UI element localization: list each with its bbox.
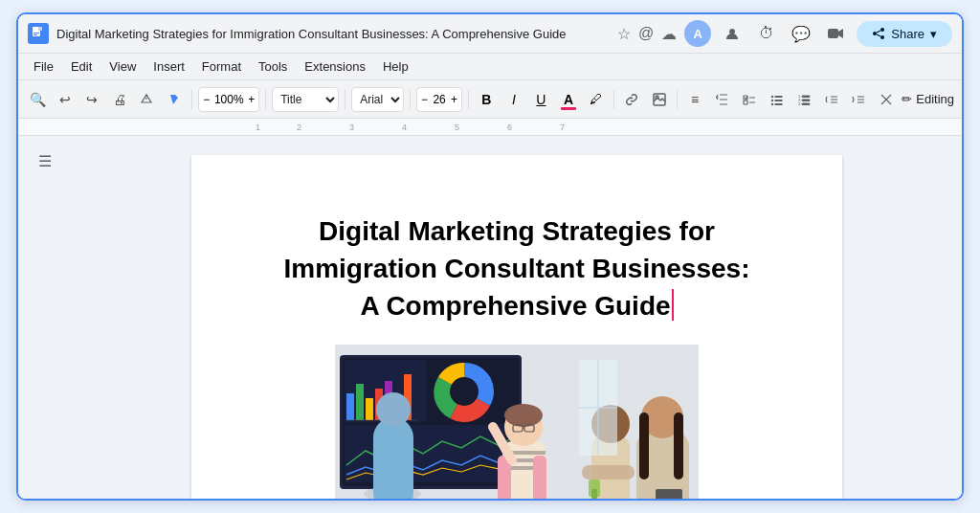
user-avatar[interactable]: A [684,20,711,47]
svg-rect-2 [33,33,39,33]
svg-rect-71 [591,489,597,499]
browser-window: Digital Marketing Strategies for Immigra… [16,12,964,501]
search-button[interactable]: 🔍 [26,87,50,112]
svg-rect-43 [373,417,413,499]
svg-point-7 [873,32,877,35]
menu-bar: File Edit View Insert Format Tools Exten… [18,54,962,80]
font-family-select[interactable]: Arial Times New Roman [351,87,404,112]
clear-format-button[interactable] [875,87,899,112]
bold-button[interactable]: B [475,87,499,112]
align-button[interactable]: ≡ [683,87,707,112]
svg-rect-22 [802,96,810,98]
text-color-button[interactable]: A [557,87,581,112]
menu-insert[interactable]: Insert [145,56,192,78]
paragraph-style-select[interactable]: Title Normal text Heading 1 [272,87,339,112]
document-title-text[interactable]: Digital Marketing Strategies for Immigra… [268,212,766,325]
document-title: Digital Marketing Strategies for Immigra… [56,27,610,41]
svg-point-6 [880,28,884,32]
pencil-icon: ✏ [902,92,912,106]
text-cursor [672,289,674,322]
history-icon[interactable]: ⏱ [753,20,780,47]
document-image [335,345,699,499]
document-area[interactable]: Digital Marketing Strategies for Immigra… [72,136,962,499]
outline-button[interactable]: ☰ [30,145,60,176]
share-button[interactable]: Share ▾ [857,21,952,47]
divider3 [345,90,345,109]
svg-point-15 [770,102,772,104]
svg-rect-3 [33,34,37,35]
font-size-minus[interactable]: − [421,93,428,106]
menu-format[interactable]: Format [194,56,249,78]
font-size-plus[interactable]: + [451,93,457,106]
svg-rect-53 [533,456,546,499]
svg-rect-23 [802,100,810,101]
comment-icon[interactable]: 💬 [788,20,814,47]
svg-rect-31 [346,393,354,420]
document-page: Digital Marketing Strategies for Immigra… [191,155,842,499]
video-icon[interactable] [822,20,849,47]
divider2 [265,90,266,109]
underline-button[interactable]: U [529,87,553,112]
title-bar-icons: ☆ @ ☁ A ⏱ 💬 Share ▾ [617,20,952,47]
svg-rect-32 [356,384,364,420]
highlight-button[interactable]: 🖊 [584,87,608,112]
insert-image-button[interactable] [647,87,671,112]
contacts-icon[interactable] [719,20,746,47]
zoom-plus[interactable]: + [248,93,255,106]
svg-rect-63 [582,465,635,480]
title-bar: Digital Marketing Strategies for Immigra… [18,14,962,54]
link-button[interactable] [620,87,644,112]
divider7 [677,90,678,109]
line-spacing-button[interactable] [710,87,734,112]
redo-button[interactable]: ↪ [80,87,104,112]
numbered-list-button[interactable]: 1.2.3. [792,87,816,112]
increase-indent-button[interactable] [847,87,871,112]
cloud-icon[interactable]: ☁ [661,25,677,43]
svg-rect-1 [38,27,42,31]
paint-format-button[interactable] [163,87,187,112]
font-size-control[interactable]: − 26 + [416,87,462,112]
menu-help[interactable]: Help [375,56,416,78]
svg-text:3.: 3. [798,101,801,106]
spellcheck-button[interactable] [135,87,159,112]
star-icon[interactable]: ☆ [617,25,631,43]
share-caret: ▾ [930,27,937,41]
font-size-value: 26 [430,93,449,106]
svg-point-40 [450,377,479,406]
svg-rect-69 [656,489,682,499]
svg-point-44 [376,392,411,427]
print-button[interactable]: 🖨 [108,87,132,112]
google-docs-logo [28,23,49,44]
ruler: 1 2 3 4 5 6 7 [18,119,962,136]
svg-rect-67 [639,413,649,480]
svg-point-8 [880,35,884,39]
svg-rect-5 [828,29,838,38]
bullet-list-button[interactable] [765,87,789,112]
svg-rect-17 [774,100,782,101]
menu-edit[interactable]: Edit [63,56,100,78]
checklist-button[interactable] [738,87,762,112]
svg-rect-68 [674,413,683,480]
divider6 [613,90,614,109]
share-label: Share [891,27,924,41]
decrease-indent-button[interactable] [819,87,843,112]
italic-button[interactable]: I [502,87,526,112]
svg-point-56 [504,404,543,427]
editing-mode-selector[interactable]: ✏ Editing [902,92,954,106]
svg-rect-24 [802,103,810,105]
at-icon[interactable]: @ [638,25,654,42]
svg-rect-33 [366,398,373,420]
menu-view[interactable]: View [101,56,144,78]
undo-button[interactable]: ↩ [54,87,78,112]
divider4 [410,90,411,109]
editing-label: Editing [916,92,954,106]
svg-point-13 [770,95,772,97]
zoom-minus[interactable]: − [203,93,210,106]
zoom-control[interactable]: − 100% + [198,87,259,112]
menu-file[interactable]: File [26,56,61,78]
menu-tools[interactable]: Tools [251,56,295,78]
divider1 [191,90,192,109]
svg-rect-16 [774,96,782,98]
menu-extensions[interactable]: Extensions [297,56,373,78]
toolbar: 🔍 ↩ ↪ 🖨 − 100% + Title Normal text Headi… [18,80,962,119]
